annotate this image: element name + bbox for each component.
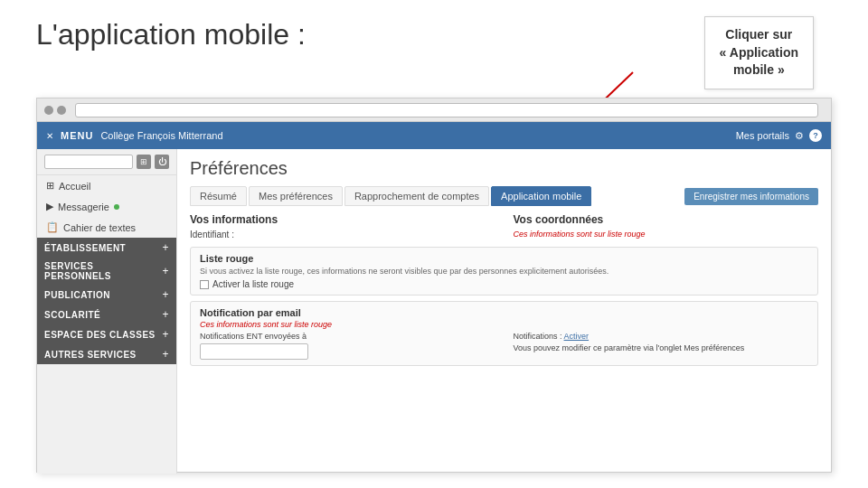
expand-icon[interactable]: +	[162, 308, 169, 321]
vos-coord-note: Ces informations sont sur liste rouge	[514, 230, 819, 239]
sidebar-section-scolarite[interactable]: SCOLARITÉ +	[37, 305, 176, 324]
tab-mes-preferences[interactable]: Mes préférences	[249, 186, 343, 206]
tab-application-mobile[interactable]: Application mobile	[491, 186, 591, 206]
liste-rouge-section: Liste rouge Si vous activez la liste rou…	[190, 247, 818, 296]
sidebar-section-espace[interactable]: ESPACE DES CLASSES +	[37, 324, 176, 344]
notif-row: Notifications ENT envoyées à Notificatio…	[200, 332, 808, 360]
sidebar-power-icon[interactable]: ⏻	[155, 155, 169, 169]
callout-box: Cliquer sur « Application mobile »	[704, 16, 814, 89]
expand-icon[interactable]: +	[162, 265, 169, 277]
ent-header-left: ✕ MENU Collège François Mitterrand	[46, 130, 223, 141]
help-icon[interactable]: ?	[809, 129, 822, 142]
expand-icon[interactable]: +	[162, 288, 169, 301]
school-name: Collège François Mitterrand	[100, 130, 222, 141]
checkbox-label: Activer la liste rouge	[212, 279, 294, 289]
page-title: Préférences	[190, 158, 818, 179]
sidebar-search-bar[interactable]	[44, 155, 133, 169]
tab-resume[interactable]: Résumé	[190, 186, 247, 206]
notif-subtitle: Ces informations sont sur liste rouge	[200, 320, 808, 329]
sidebar-grid-icon[interactable]: ⊞	[137, 155, 151, 169]
liste-rouge-title: Liste rouge	[200, 253, 808, 264]
sidebar: ⊞ ⏻ ⊞ Accueil ▶ Messagerie 📋 Cahier de t…	[37, 149, 177, 474]
minimize-icon[interactable]	[57, 106, 66, 115]
browser-window: ✕ MENU Collège François Mitterrand Mes p…	[36, 98, 832, 473]
url-bar[interactable]	[75, 103, 818, 117]
notif-input-email[interactable]	[200, 343, 308, 360]
ent-header: ✕ MENU Collège François Mitterrand Mes p…	[37, 122, 831, 149]
expand-icon[interactable]: +	[162, 328, 169, 341]
notif-col-left: Notifications ENT envoyées à	[200, 332, 495, 360]
notif-col-right: Notifications : Activer Vous pouvez modi…	[514, 332, 809, 360]
info-row: Vos informations Identifiant : Vos coord…	[190, 213, 818, 239]
book-icon: 📋	[46, 221, 59, 233]
liste-rouge-subtitle: Si vous activez la liste rouge, ces info…	[200, 267, 808, 276]
notification-section: Notification par email Ces informations …	[190, 301, 818, 366]
checkbox-row: Activer la liste rouge	[200, 279, 808, 289]
notif-label1: Notifications ENT envoyées à	[200, 332, 307, 341]
expand-icon[interactable]: +	[162, 241, 169, 254]
menu-label: MENU	[61, 130, 93, 141]
notif-label2: Notifications :	[514, 332, 562, 341]
grid-icon: ⊞	[46, 180, 54, 192]
sidebar-section-etablissement[interactable]: ÉTABLISSEMENT +	[37, 238, 176, 258]
tab-rapprochement[interactable]: Rapprochement de comptes	[344, 186, 489, 206]
close-icon[interactable]	[44, 106, 53, 115]
save-button[interactable]: Enregistrer mes informations	[684, 188, 818, 205]
sidebar-section-services[interactable]: SERVICES PERSONNELS +	[37, 258, 176, 285]
liste-rouge-checkbox[interactable]	[200, 280, 209, 289]
sidebar-item-cahier[interactable]: 📋 Cahier de textes	[37, 217, 176, 238]
sidebar-section-publication[interactable]: PUBLICATION +	[37, 285, 176, 305]
vos-coord-title: Vos coordonnées	[514, 213, 819, 226]
ent-header-right: Mes portails ⚙ ?	[736, 129, 822, 142]
vos-coordonnees: Vos coordonnées Ces informations sont su…	[514, 213, 819, 239]
vos-info-title: Vos informations	[190, 213, 495, 226]
arrow-icon: ▶	[46, 201, 53, 212]
portals-link[interactable]: Mes portails	[736, 130, 789, 141]
sidebar-item-messagerie[interactable]: ▶ Messagerie	[37, 196, 176, 217]
sidebar-section-autres[interactable]: AUTRES SERVICES +	[37, 344, 176, 364]
sidebar-item-accueil[interactable]: ⊞ Accueil	[37, 175, 176, 196]
vos-informations: Vos informations Identifiant :	[190, 213, 495, 239]
notif-desc2: Vous pouvez modifier ce paramètre via l'…	[514, 343, 809, 352]
notif-title: Notification par email	[200, 307, 808, 318]
expand-icon[interactable]: +	[162, 348, 169, 361]
notif-activate-link[interactable]: Activer	[564, 332, 590, 341]
close-menu-icon[interactable]: ✕	[46, 131, 53, 141]
page-main-title: L'application mobile :	[36, 18, 306, 52]
main-content: Préférences Résumé Mes préférences Rappr…	[177, 149, 831, 474]
slide: L'application mobile : Cliquer sur « App…	[0, 0, 868, 488]
ent-body: ⊞ ⏻ ⊞ Accueil ▶ Messagerie 📋 Cahier de t…	[37, 149, 831, 474]
browser-topbar	[37, 99, 831, 122]
settings-icon[interactable]: ⚙	[795, 130, 804, 142]
identifiant-label: Identifiant :	[190, 230, 495, 239]
dot-indicator	[114, 204, 119, 210]
sidebar-search-area: ⊞ ⏻	[37, 149, 176, 175]
tabs-row: Résumé Mes préférences Rapprochement de …	[190, 186, 818, 206]
